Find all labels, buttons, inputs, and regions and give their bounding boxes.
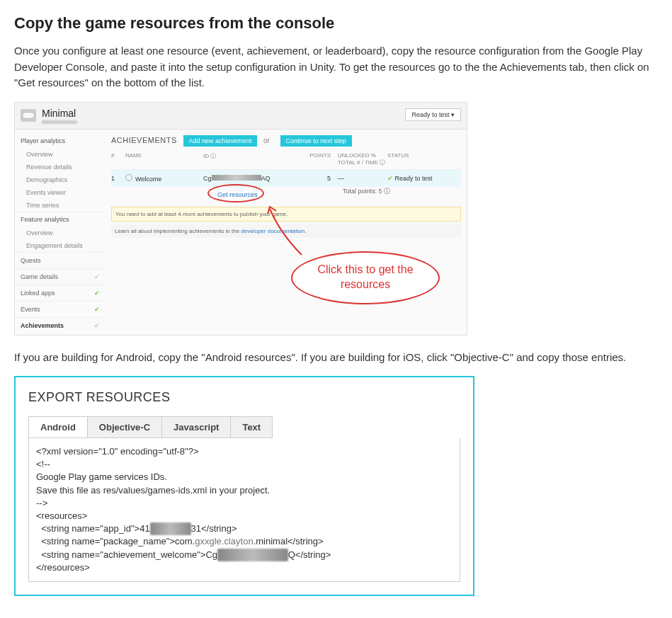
check-icon: ✔ <box>94 290 100 297</box>
mid-paragraph: If you are building for Android, copy th… <box>14 350 658 366</box>
sidebar-linked-apps[interactable]: Linked apps✔ <box>15 285 106 301</box>
app-id-blurred <box>42 120 77 124</box>
export-resources-panel: EXPORT RESOURCES Android Objective-C Jav… <box>14 376 474 596</box>
ready-to-test-dropdown[interactable]: Ready to test ▾ <box>405 108 461 121</box>
xml-content[interactable]: <?xml version="1.0" encoding="utf-8"?> <… <box>28 438 460 582</box>
sidebar-revenue[interactable]: Revenue details <box>15 161 106 173</box>
row-unlocked: — <box>331 175 387 182</box>
row-status: ✔ Ready to test <box>387 175 461 182</box>
col-status: STATUS <box>387 152 461 166</box>
sidebar-overview[interactable]: Overview <box>15 148 106 161</box>
svg-point-2 <box>30 115 31 116</box>
tab-text[interactable]: Text <box>231 417 272 437</box>
sidebar-quests[interactable]: Quests <box>15 252 106 268</box>
blurred-id: 00000000 <box>150 522 191 535</box>
callout-bubble: Click this to get the resources <box>291 251 440 304</box>
achievement-row[interactable]: 1 Welcome CgAQ 5 — ✔ Ready to test <box>111 170 461 187</box>
sidebar-events-viewer[interactable]: Events viewer <box>15 186 106 199</box>
check-icon: ✔ <box>94 322 100 329</box>
tab-javascript[interactable]: Javascript <box>162 417 231 437</box>
badge-icon <box>125 174 132 181</box>
add-achievement-button[interactable]: Add new achievement <box>183 135 258 147</box>
sidebar: Player analytics Overview Revenue detail… <box>15 130 106 336</box>
get-resources-link[interactable]: Get resources <box>217 191 258 198</box>
console-header: Minimal Ready to test ▾ <box>15 103 467 130</box>
or-label: or <box>263 137 270 144</box>
col-name: NAME <box>125 152 203 166</box>
export-title: EXPORT RESOURCES <box>28 390 460 405</box>
sidebar-game-details[interactable]: Game details✔ <box>15 268 106 285</box>
col-id: ID ⓘ <box>203 152 288 166</box>
sidebar-time-series[interactable]: Time series <box>15 199 106 212</box>
sidebar-engagement[interactable]: Engagement details <box>15 239 106 252</box>
intro-paragraph: Once you configure at least one resource… <box>14 43 658 91</box>
page-heading: Copy the game resources from the console <box>14 14 658 33</box>
sidebar-achievements[interactable]: Achievements✔ <box>15 317 106 333</box>
achievements-title: ACHIEVEMENTS <box>111 136 177 144</box>
app-name: Minimal <box>42 108 77 119</box>
row-points: 5 <box>288 175 331 182</box>
get-resources-row: Get resources Total points: 5 ⓘ <box>111 187 461 202</box>
col-points: POINTS <box>288 152 331 166</box>
sidebar-overview2[interactable]: Overview <box>15 227 106 239</box>
achievements-header-row: ACHIEVEMENTS Add new achievement or Cont… <box>111 135 461 147</box>
sidebar-player-analytics[interactable]: Player analytics <box>15 134 106 148</box>
continue-button[interactable]: Continue to next step <box>280 135 352 147</box>
check-icon: ✔ <box>94 306 100 313</box>
export-tabs: Android Objective-C Javascript Text <box>28 416 273 438</box>
check-icon: ✔ <box>94 273 100 280</box>
total-points: Total points: 5 ⓘ <box>343 187 390 196</box>
console-screenshot: Minimal Ready to test ▾ Player analytics… <box>14 102 467 336</box>
sidebar-demographics[interactable]: Demographics <box>15 173 106 186</box>
row-num: 1 <box>111 175 125 182</box>
svg-point-1 <box>25 115 27 116</box>
blurred-pkg: gxxgle.clayton <box>195 536 253 547</box>
sidebar-feature-analytics[interactable]: Feature analytics <box>15 212 106 227</box>
sidebar-events[interactable]: Events✔ <box>15 301 106 317</box>
row-id: CgAQ <box>203 175 288 182</box>
tab-android[interactable]: Android <box>29 417 88 437</box>
tab-objective-c[interactable]: Objective-C <box>88 417 162 437</box>
row-name: Welcome <box>125 174 203 183</box>
col-num: # <box>111 152 125 166</box>
svg-rect-0 <box>23 113 34 118</box>
blurred-ach: kxxxxxxxxxxxxxA <box>217 549 288 561</box>
table-header: # NAME ID ⓘ POINTS UNLOCKED % TOTAL # / … <box>111 147 461 170</box>
col-unlocked: UNLOCKED % TOTAL # / TIME ⓘ <box>331 152 387 166</box>
callout-arrow <box>266 205 309 262</box>
gamepad-icon <box>21 109 36 122</box>
